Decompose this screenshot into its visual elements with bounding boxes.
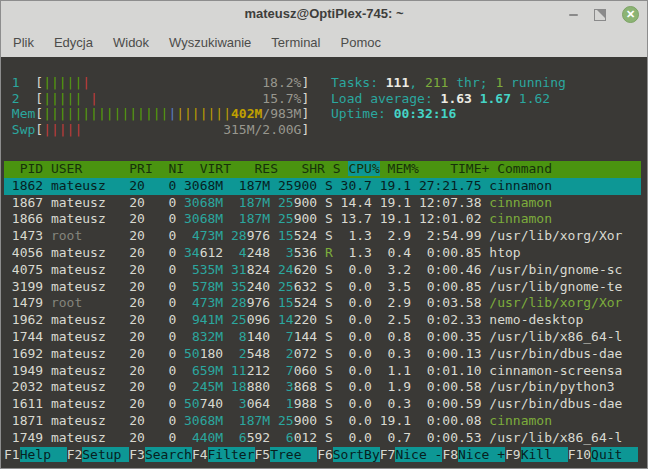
meter-value: 402M — [231, 106, 262, 121]
process-row-4056[interactable]: 4056 mateusz 20 0 34612 4248 3536 R 1.3 … — [4, 245, 641, 262]
column-Command[interactable]: Command — [497, 161, 552, 176]
column-RES[interactable]: RES — [239, 161, 278, 176]
cell-pri: 20 — [121, 279, 144, 294]
cell-ni: 0 — [153, 211, 176, 226]
cell-mem-value: 6 — [239, 430, 247, 445]
fkey-F1[interactable]: F1Help — [4, 447, 67, 462]
column-PRI[interactable]: PRI — [129, 161, 152, 176]
process-row-1871[interactable]: 1871 mateusz 20 0 3068M 187M 25900 S 0.0… — [4, 413, 641, 430]
titlebar[interactable]: mateusz@OptiPlex-745: ~ ✕ — [1, 1, 647, 28]
cell-ni: 0 — [153, 413, 176, 428]
menu-widok[interactable]: Widok — [103, 31, 159, 54]
menu-terminal[interactable]: Terminal — [261, 31, 330, 54]
fkey-key: F3 — [129, 447, 145, 462]
cell-state: S — [325, 329, 333, 344]
column-CPUpct[interactable]: CPU% — [348, 161, 379, 176]
cell-pid: 4075 — [4, 262, 43, 277]
process-row-2032[interactable]: 2032 mateusz 20 0 245M 18880 3868 S 0.0 … — [4, 379, 641, 396]
cell-mem-value: 578M — [192, 279, 223, 294]
cell-mem-value: 524 — [294, 295, 317, 310]
cell-pid: 1479 — [4, 295, 43, 310]
menu-wyszukiwanie[interactable]: Wyszukiwanie — [159, 31, 261, 54]
column-S[interactable]: S — [333, 161, 341, 176]
fkey-F6[interactable]: F6SortBy — [317, 447, 380, 462]
cell-mem-value: 976 — [247, 228, 270, 243]
cell-mem-value: 900 — [294, 211, 317, 226]
cell-mem-pct: 2.5 — [380, 312, 411, 327]
process-row-1867[interactable]: 1867 mateusz 20 0 3068M 187M 25900 S 14.… — [4, 195, 641, 212]
cell-mem-value: 11 — [231, 363, 247, 378]
window-title: mateusz@OptiPlex-745: ~ — [1, 6, 647, 21]
fkey-label: Kill — [521, 447, 568, 462]
process-row-3199[interactable]: 3199 mateusz 20 0 578M 35240 25632 S 0.0… — [4, 279, 641, 296]
process-row-1611[interactable]: 1611 mateusz 20 0 50740 3064 1988 S 0.0 … — [4, 396, 641, 413]
process-row-1473[interactable]: 1473 root 20 0 473M 28976 15524 S 1.3 2.… — [4, 228, 641, 245]
process-row-1949[interactable]: 1949 mateusz 20 0 659M 11212 7060 S 0.0 … — [4, 363, 641, 380]
process-row-1479[interactable]: 1479 root 20 0 473M 28976 15524 S 0.0 2.… — [4, 295, 641, 312]
fkey-F7[interactable]: F7Nice - — [380, 447, 443, 462]
meter-bars: |||||||||||||||| — [43, 106, 168, 121]
process-row-1692[interactable]: 1692 mateusz 20 0 50180 2548 2072 S 0.0 … — [4, 346, 641, 363]
column-VIRT[interactable]: VIRT — [192, 161, 231, 176]
menu-plik[interactable]: Plik — [3, 31, 44, 54]
tasks-line-segment: Tasks: — [331, 75, 386, 90]
process-row-1862[interactable]: 1862 mateusz 20 0 3068M 187M 25900 S 30.… — [4, 178, 641, 195]
cell-user: mateusz — [51, 396, 121, 411]
fkey-F2[interactable]: F2Setup — [67, 447, 130, 462]
cell-time: 0:00.53 — [419, 430, 482, 445]
uptime-line: Uptime: 00:32:16 — [331, 106, 566, 122]
cell-user: mateusz — [51, 430, 121, 445]
cell-mem-value: 15 — [278, 228, 294, 243]
cell-mem-value: 2 — [239, 346, 247, 361]
close-icon[interactable]: ✕ — [622, 6, 639, 23]
cell-mem-value: 245M — [192, 379, 223, 394]
cell-mem-value: 240 — [247, 279, 270, 294]
cell-mem-pct: 1.1 — [380, 363, 411, 378]
cell-user: mateusz — [51, 329, 121, 344]
fkey-F5[interactable]: F5Tree — [255, 447, 318, 462]
uptime-line-segment: Uptime: — [331, 106, 394, 121]
cell-mem-value: 6 — [286, 430, 294, 445]
cell-mem-value: 900 — [294, 195, 317, 210]
fkey-F10[interactable]: F10Quit — [568, 447, 638, 462]
meter-close-bracket: ] — [301, 75, 309, 90]
cell-pid: 1692 — [4, 346, 43, 361]
cell-ni: 0 — [153, 195, 176, 210]
process-table: 1862 mateusz 20 0 3068M 187M 25900 S 30.… — [4, 178, 641, 447]
column-NI[interactable]: NI — [161, 161, 184, 176]
cell-state: S — [325, 312, 333, 327]
meter-open-bracket: [ — [35, 91, 43, 106]
column-USER[interactable]: USER — [51, 161, 121, 176]
fkey-F8[interactable]: F8Nice + — [442, 447, 505, 462]
column-TIMEplus[interactable]: TIME+ — [427, 161, 490, 176]
maximize-icon[interactable] — [594, 9, 606, 21]
cell-mem-value: 35 — [231, 279, 247, 294]
process-row-4075[interactable]: 4075 mateusz 20 0 535M 31824 24620 S 0.0… — [4, 262, 641, 279]
column-PID[interactable]: PID — [4, 161, 43, 176]
process-row-1866[interactable]: 1866 mateusz 20 0 3068M 187M 25900 S 13.… — [4, 211, 641, 228]
cell-mem-value: 24 — [278, 262, 294, 277]
cell-cpu-pct: 0.0 — [341, 430, 372, 445]
cell-mem-pct: 0.8 — [380, 329, 411, 344]
cell-cpu-pct: 14.4 — [341, 195, 372, 210]
menu-edycja[interactable]: Edycja — [44, 31, 103, 54]
column-SHR[interactable]: SHR — [286, 161, 325, 176]
cell-command: /usr/lib/x86_64-l — [489, 329, 622, 344]
column-MEMpct[interactable]: MEM% — [388, 161, 419, 176]
tasks-line-segment: 111 — [386, 75, 409, 90]
fkey-F4[interactable]: F4Filter — [192, 447, 255, 462]
cell-mem-value: 868 — [294, 379, 317, 394]
cell-state: S — [325, 211, 333, 226]
fkey-label: Nice - — [395, 447, 442, 462]
meter-label: Mem — [4, 106, 35, 121]
process-row-1744[interactable]: 1744 mateusz 20 0 832M 8140 7144 S 0.0 0… — [4, 329, 641, 346]
tasks-summary: Tasks: 111, 211 thr; 1 runningLoad avera… — [331, 75, 566, 122]
process-row-1749[interactable]: 1749 mateusz 20 0 440M 6592 6012 S 0.0 0… — [4, 430, 641, 447]
process-row-1962[interactable]: 1962 mateusz 20 0 941M 25096 14220 S 0.0… — [4, 312, 641, 329]
cell-mem-value: 18 — [231, 379, 247, 394]
cell-mem-value: 50 — [184, 396, 200, 411]
menu-pomoc[interactable]: Pomoc — [330, 31, 390, 54]
fkey-F3[interactable]: F3Search — [129, 447, 192, 462]
minimize-icon[interactable] — [569, 14, 578, 16]
fkey-F9[interactable]: F9Kill — [505, 447, 568, 462]
